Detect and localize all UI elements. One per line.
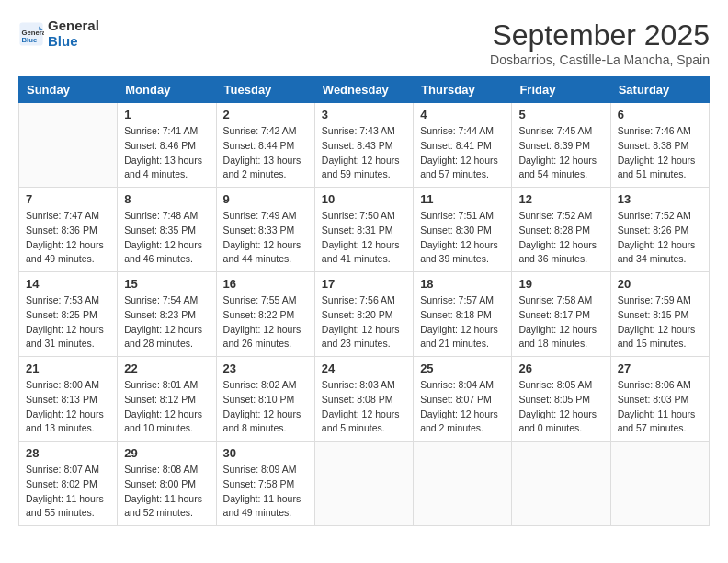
- calendar-week-3: 14Sunrise: 7:53 AMSunset: 8:25 PMDayligh…: [19, 272, 710, 357]
- calendar-cell: 12Sunrise: 7:52 AMSunset: 8:28 PMDayligh…: [512, 188, 610, 272]
- day-info: Sunrise: 7:45 AMSunset: 8:39 PMDaylight:…: [518, 124, 603, 182]
- calendar-cell: 21Sunrise: 8:00 AMSunset: 8:13 PMDayligh…: [19, 357, 118, 442]
- day-info: Sunrise: 7:58 AMSunset: 8:17 PMDaylight:…: [518, 293, 603, 351]
- calendar-cell: 14Sunrise: 7:53 AMSunset: 8:25 PMDayligh…: [19, 272, 118, 357]
- day-number: 7: [26, 192, 110, 206]
- day-info: Sunrise: 7:46 AMSunset: 8:38 PMDaylight:…: [618, 124, 702, 182]
- day-number: 11: [420, 192, 505, 206]
- logo-line2: Blue: [48, 34, 99, 50]
- location: Dosbarrios, Castille-La Mancha, Spain: [490, 52, 710, 67]
- calendar-week-1: 1Sunrise: 7:41 AMSunset: 8:46 PMDaylight…: [19, 103, 710, 188]
- svg-text:Blue: Blue: [22, 36, 38, 44]
- calendar-cell: 29Sunrise: 8:08 AMSunset: 8:00 PMDayligh…: [118, 442, 216, 526]
- day-info: Sunrise: 8:00 AMSunset: 8:13 PMDaylight:…: [26, 378, 110, 436]
- weekday-header-sunday: Sunday: [19, 77, 118, 103]
- day-number: 10: [322, 192, 406, 206]
- calendar-cell: 25Sunrise: 8:04 AMSunset: 8:07 PMDayligh…: [414, 357, 512, 442]
- calendar-cell: 11Sunrise: 7:51 AMSunset: 8:30 PMDayligh…: [414, 188, 512, 272]
- day-number: 29: [124, 446, 209, 460]
- day-number: 21: [26, 362, 110, 375]
- day-number: 15: [124, 277, 209, 291]
- weekday-header-monday: Monday: [118, 77, 216, 103]
- day-info: Sunrise: 8:03 AMSunset: 8:08 PMDaylight:…: [322, 378, 406, 436]
- calendar-cell: 13Sunrise: 7:52 AMSunset: 8:26 PMDayligh…: [610, 188, 709, 272]
- day-number: 17: [322, 277, 406, 291]
- calendar-cell: 8Sunrise: 7:48 AMSunset: 8:35 PMDaylight…: [118, 188, 216, 272]
- weekday-header-tuesday: Tuesday: [216, 77, 314, 103]
- calendar-table: SundayMondayTuesdayWednesdayThursdayFrid…: [18, 76, 710, 526]
- logo-icon: General Blue: [18, 21, 44, 47]
- day-info: Sunrise: 7:54 AMSunset: 8:23 PMDaylight:…: [124, 293, 209, 351]
- calendar-cell: [414, 442, 512, 526]
- calendar-cell: 9Sunrise: 7:49 AMSunset: 8:33 PMDaylight…: [216, 188, 314, 272]
- calendar-cell: 19Sunrise: 7:58 AMSunset: 8:17 PMDayligh…: [512, 272, 610, 357]
- calendar-cell: 22Sunrise: 8:01 AMSunset: 8:12 PMDayligh…: [118, 357, 216, 442]
- day-number: 13: [618, 192, 702, 206]
- calendar-cell: 6Sunrise: 7:46 AMSunset: 8:38 PMDaylight…: [610, 103, 709, 188]
- day-number: 23: [223, 362, 308, 375]
- day-info: Sunrise: 8:04 AMSunset: 8:07 PMDaylight:…: [420, 378, 505, 436]
- calendar-cell: 24Sunrise: 8:03 AMSunset: 8:08 PMDayligh…: [314, 357, 413, 442]
- logo-line1: General: [48, 18, 99, 34]
- calendar-week-2: 7Sunrise: 7:47 AMSunset: 8:36 PMDaylight…: [19, 188, 710, 272]
- day-info: Sunrise: 8:02 AMSunset: 8:10 PMDaylight:…: [223, 378, 308, 436]
- day-info: Sunrise: 8:09 AMSunset: 7:58 PMDaylight:…: [223, 463, 308, 521]
- day-number: 30: [223, 446, 308, 460]
- month-title: September 2025: [490, 18, 710, 52]
- weekday-header-friday: Friday: [512, 77, 610, 103]
- calendar-cell: 30Sunrise: 8:09 AMSunset: 7:58 PMDayligh…: [216, 442, 314, 526]
- calendar-cell: 28Sunrise: 8:07 AMSunset: 8:02 PMDayligh…: [19, 442, 118, 526]
- day-info: Sunrise: 7:43 AMSunset: 8:43 PMDaylight:…: [322, 124, 406, 182]
- day-number: 16: [223, 277, 308, 291]
- calendar-cell: 17Sunrise: 7:56 AMSunset: 8:20 PMDayligh…: [314, 272, 413, 357]
- day-info: Sunrise: 7:49 AMSunset: 8:33 PMDaylight:…: [223, 209, 308, 267]
- calendar-cell: 1Sunrise: 7:41 AMSunset: 8:46 PMDaylight…: [118, 103, 216, 188]
- calendar-cell: 27Sunrise: 8:06 AMSunset: 8:03 PMDayligh…: [610, 357, 709, 442]
- calendar-cell: 5Sunrise: 7:45 AMSunset: 8:39 PMDaylight…: [512, 103, 610, 188]
- day-info: Sunrise: 8:06 AMSunset: 8:03 PMDaylight:…: [618, 378, 702, 436]
- day-info: Sunrise: 8:08 AMSunset: 8:00 PMDaylight:…: [124, 463, 209, 521]
- calendar-cell: 3Sunrise: 7:43 AMSunset: 8:43 PMDaylight…: [314, 103, 413, 188]
- calendar-cell: 10Sunrise: 7:50 AMSunset: 8:31 PMDayligh…: [314, 188, 413, 272]
- calendar-cell: [314, 442, 413, 526]
- day-number: 2: [223, 108, 308, 121]
- day-number: 12: [518, 192, 603, 206]
- calendar-cell: 7Sunrise: 7:47 AMSunset: 8:36 PMDaylight…: [19, 188, 118, 272]
- day-info: Sunrise: 7:57 AMSunset: 8:18 PMDaylight:…: [420, 293, 505, 351]
- calendar-cell: [512, 442, 610, 526]
- day-number: 22: [124, 362, 209, 375]
- day-number: 8: [124, 192, 209, 206]
- calendar-cell: [610, 442, 709, 526]
- title-block: September 2025 Dosbarrios, Castille-La M…: [490, 18, 710, 67]
- weekday-header-thursday: Thursday: [414, 77, 512, 103]
- day-info: Sunrise: 7:44 AMSunset: 8:41 PMDaylight:…: [420, 124, 505, 182]
- day-number: 24: [322, 362, 406, 375]
- calendar-header: SundayMondayTuesdayWednesdayThursdayFrid…: [19, 77, 710, 103]
- day-info: Sunrise: 7:52 AMSunset: 8:26 PMDaylight:…: [618, 209, 702, 267]
- day-info: Sunrise: 7:41 AMSunset: 8:46 PMDaylight:…: [124, 124, 209, 182]
- day-number: 14: [26, 277, 110, 291]
- page-header: General Blue General Blue September 2025…: [18, 18, 710, 67]
- day-number: 1: [124, 108, 209, 121]
- day-info: Sunrise: 7:48 AMSunset: 8:35 PMDaylight:…: [124, 209, 209, 267]
- day-number: 26: [518, 362, 603, 375]
- calendar-cell: 15Sunrise: 7:54 AMSunset: 8:23 PMDayligh…: [118, 272, 216, 357]
- day-number: 19: [518, 277, 603, 291]
- day-number: 3: [322, 108, 406, 121]
- logo: General Blue General Blue: [18, 18, 99, 49]
- day-info: Sunrise: 7:51 AMSunset: 8:30 PMDaylight:…: [420, 209, 505, 267]
- day-info: Sunrise: 7:53 AMSunset: 8:25 PMDaylight:…: [26, 293, 110, 351]
- calendar-cell: 2Sunrise: 7:42 AMSunset: 8:44 PMDaylight…: [216, 103, 314, 188]
- day-number: 25: [420, 362, 505, 375]
- day-number: 5: [518, 108, 603, 121]
- calendar-cell: 4Sunrise: 7:44 AMSunset: 8:41 PMDaylight…: [414, 103, 512, 188]
- weekday-header-wednesday: Wednesday: [314, 77, 413, 103]
- day-info: Sunrise: 8:05 AMSunset: 8:05 PMDaylight:…: [518, 378, 603, 436]
- day-info: Sunrise: 7:42 AMSunset: 8:44 PMDaylight:…: [223, 124, 308, 182]
- day-info: Sunrise: 8:07 AMSunset: 8:02 PMDaylight:…: [26, 463, 110, 521]
- day-number: 9: [223, 192, 308, 206]
- day-number: 18: [420, 277, 505, 291]
- calendar-cell: 20Sunrise: 7:59 AMSunset: 8:15 PMDayligh…: [610, 272, 709, 357]
- weekday-header-saturday: Saturday: [610, 77, 709, 103]
- day-number: 6: [618, 108, 702, 121]
